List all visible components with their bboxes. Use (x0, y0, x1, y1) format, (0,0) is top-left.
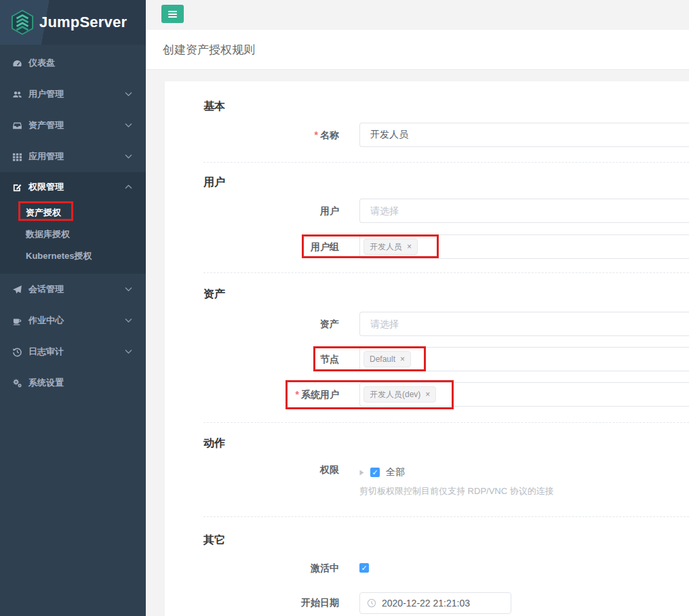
form-row-system-users: *系统用户 开发人员(dev) × (203, 382, 689, 407)
assets-label: 资产 (203, 312, 339, 336)
section-title-other: 其它 (203, 533, 689, 546)
sidebar-item-session-management[interactable]: 会话管理 (0, 274, 146, 305)
sidebar-item-label: 作业中心 (28, 314, 64, 327)
content-area: 基本 *名称 用户 用户 (146, 70, 689, 616)
sidebar-item-job-center[interactable]: 作业中心 (0, 305, 146, 336)
form-row-name: *名称 (203, 123, 689, 147)
create-asset-permission-form: 基本 *名称 用户 用户 (165, 81, 689, 616)
tree-expand-icon[interactable] (359, 470, 364, 476)
nodes-label: 节点 (203, 347, 339, 371)
section-divider (203, 272, 689, 273)
sidebar-item-log-audit[interactable]: 日志审计 (0, 336, 146, 367)
chevron-down-icon (125, 287, 132, 292)
jumpserver-logo-icon (11, 9, 34, 35)
clock-icon (367, 598, 376, 608)
date-start-label: 开始日期 (203, 591, 339, 614)
section-divider (203, 422, 689, 423)
date-start-input[interactable]: 2020-12-22 21:21:03 (359, 592, 511, 614)
sidebar-item-label: 会话管理 (28, 283, 64, 295)
users-label: 用户 (203, 199, 339, 223)
is-active-label: 激活中 (203, 558, 339, 577)
sidebar-subitem-database-permissions[interactable]: 数据库授权 (0, 224, 146, 245)
actions-help-text: 剪切板权限控制目前仅支持 RDP/VNC 协议的连接 (359, 485, 689, 497)
selected-tag: Default × (363, 351, 411, 367)
name-label: *名称 (203, 123, 339, 147)
section-title-asset: 资产 (203, 287, 689, 300)
form-row-is-active: 激活中 ✓ (203, 558, 689, 577)
tag-close-icon[interactable]: × (407, 243, 412, 251)
form-row-nodes: 节点 Default × (203, 347, 689, 371)
sessions-icon (12, 285, 22, 295)
sidebar-group-permissions: 权限管理 资产授权 数据库授权 Kubernetes授权 (0, 172, 146, 274)
actions-all-label: 全部 (386, 466, 405, 478)
name-input[interactable] (370, 129, 689, 140)
page-title: 创建资产授权规则 (146, 42, 255, 58)
users-icon (12, 89, 22, 100)
required-marker: * (296, 389, 299, 400)
sidebar-item-asset-management[interactable]: 资产管理 (0, 110, 146, 141)
sidebar-item-label: 系统设置 (28, 377, 64, 389)
system-users-select[interactable]: 开发人员(dev) × (359, 382, 689, 407)
sidebar-subitem-kubernetes-permissions[interactable]: Kubernetes授权 (0, 245, 146, 267)
chevron-down-icon (125, 350, 132, 354)
required-marker: * (315, 129, 318, 140)
sidebar-item-label: 权限管理 (28, 181, 64, 193)
assets-icon (12, 121, 22, 131)
sidebar-item-label: 资产管理 (28, 119, 64, 131)
logo-text: JumpServer (39, 14, 127, 31)
assets-select[interactable] (370, 319, 689, 329)
logo: JumpServer (0, 0, 146, 45)
section-title-action: 动作 (203, 436, 689, 449)
section-divider (203, 516, 689, 517)
selected-tag: 开发人员 × (363, 239, 418, 255)
tag-close-icon[interactable]: × (425, 390, 430, 398)
chevron-up-icon (125, 185, 132, 190)
sidebar-nav: 仪表盘 用户管理 (0, 45, 146, 398)
jumpserver-app: JumpServer 仪表盘 (0, 0, 689, 616)
section-title-user: 用户 (203, 176, 689, 188)
user-groups-select[interactable]: 开发人员 × (359, 234, 689, 259)
section-divider (203, 162, 689, 163)
user-groups-label: 用户组 (203, 234, 339, 259)
sidebar-toggle-button[interactable] (161, 5, 184, 23)
system-users-label: *系统用户 (203, 382, 339, 407)
sidebar-item-label: 用户管理 (28, 88, 64, 100)
chevron-down-icon (125, 155, 132, 159)
sidebar-item-permission-management[interactable]: 权限管理 (0, 172, 146, 202)
date-start-value: 2020-12-22 21:21:03 (382, 598, 470, 609)
chevron-down-icon (125, 319, 132, 323)
audits-icon (12, 347, 22, 357)
nodes-select[interactable]: Default × (359, 347, 689, 371)
settings-icon (12, 378, 22, 388)
sidebar-item-user-management[interactable]: 用户管理 (0, 79, 146, 110)
actions-label: 权限 (203, 460, 339, 479)
form-row-date-start: 开始日期 2020-12-22 21:21:03 (203, 591, 689, 614)
form-row-actions: 权限 ✓ 全部 剪切板权限控制目前仅支持 RDP/VNC 协议的连接 (203, 460, 689, 497)
permissions-icon (12, 182, 22, 192)
page-header: 创建资产授权规则 (146, 30, 689, 70)
selected-tag: 开发人员(dev) × (363, 386, 436, 403)
dashboard-icon (12, 58, 22, 68)
form-row-assets: 资产 (203, 312, 689, 336)
apps-icon (12, 152, 22, 162)
sidebar-item-dashboard[interactable]: 仪表盘 (0, 47, 146, 79)
sidebar-item-label: 应用管理 (28, 150, 64, 163)
sidebar-item-system-settings[interactable]: 系统设置 (0, 367, 146, 398)
sidebar-item-label: 日志审计 (28, 346, 64, 358)
topbar (146, 0, 689, 30)
tag-close-icon[interactable]: × (400, 355, 405, 363)
chevron-down-icon (125, 123, 132, 128)
actions-all-checkbox[interactable]: ✓ (370, 468, 380, 477)
jobs-icon (12, 316, 22, 326)
is-active-checkbox[interactable]: ✓ (359, 563, 369, 573)
sidebar: JumpServer 仪表盘 (0, 0, 146, 616)
users-select[interactable] (370, 205, 689, 216)
hamburger-icon (168, 11, 177, 18)
sidebar-item-label: 仪表盘 (28, 57, 55, 69)
sidebar-subitem-asset-permissions[interactable]: 资产授权 (0, 202, 146, 224)
form-row-users: 用户 (203, 199, 689, 223)
chevron-down-icon (125, 92, 132, 97)
main-area: 创建资产授权规则 基本 *名称 用户 (146, 0, 689, 616)
sidebar-item-app-management[interactable]: 应用管理 (0, 141, 146, 172)
form-row-user-groups: 用户组 开发人员 × (203, 234, 689, 259)
